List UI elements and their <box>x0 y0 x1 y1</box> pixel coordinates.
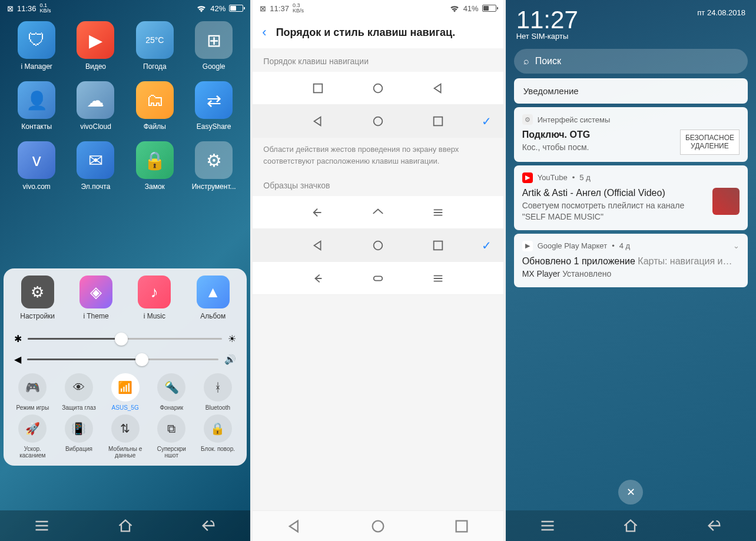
home-button[interactable] <box>117 517 134 534</box>
sim-status: Нет SIM-карты <box>516 32 745 41</box>
toggle-icon: 📶 <box>111 373 140 401</box>
cc-app-Альбом[interactable]: ▲Альбом <box>186 276 240 320</box>
brightness-high-icon: ☀ <box>228 333 236 344</box>
toggle-Суперскри-ншот[interactable]: ⧉Суперскри ншот <box>150 414 194 459</box>
notif-age: 5 д <box>579 173 590 182</box>
app-icon: 🗂 <box>136 81 174 119</box>
toggle-Вибрация[interactable]: 📳Вибрация <box>57 414 101 459</box>
recent-apps-button[interactable] <box>453 518 470 535</box>
back-button[interactable] <box>200 517 217 534</box>
chevron-down-icon[interactable]: ⌄ <box>733 241 740 250</box>
app-icon: ▶ <box>77 21 114 59</box>
app-Контакты[interactable]: 👤Контакты <box>9 81 64 131</box>
svg-rect-8 <box>456 520 467 532</box>
toggle-label: Ускор. касанием <box>11 446 54 459</box>
cc-app-Настройки[interactable]: ⚙Настройки <box>11 276 64 320</box>
notification-play-store[interactable]: ▶ Google Play Маркет • 4 д ⌄ Обновлено 1… <box>514 234 748 287</box>
recent-apps-button[interactable] <box>539 517 556 534</box>
app-label: Погода <box>143 62 167 71</box>
volume-slider[interactable]: ◀ 🔊 <box>11 349 240 370</box>
search-icon: ⌕ <box>523 56 529 67</box>
toggle-icon: 🚀 <box>18 414 47 443</box>
youtube-icon: ▶ <box>522 172 533 183</box>
battery-text: 41% <box>463 4 479 13</box>
app-label: i Music <box>144 312 165 320</box>
alarm-icon: ⊠ <box>7 4 14 13</box>
svg-point-7 <box>373 520 384 532</box>
toggle-Режим-игры[interactable]: 🎮Режим игры <box>11 373 55 411</box>
back-icon[interactable]: ‹ <box>262 25 266 40</box>
cc-app-i Theme[interactable]: ◈i Theme <box>69 276 122 320</box>
icon-style-option-3[interactable] <box>253 262 503 295</box>
svg-point-2 <box>374 117 383 125</box>
section-icon-samples: Образцы значков <box>253 172 503 196</box>
toggle-Ускор.-касанием[interactable]: 🚀Ускор. касанием <box>11 414 55 459</box>
back-button[interactable] <box>706 517 722 534</box>
toggle-grid-2: 🚀Ускор. касанием📳Вибрация⇅Мобильны е дан… <box>11 414 240 459</box>
app-icon: ⇄ <box>195 81 233 119</box>
toggle-Фонарик[interactable]: 🔦Фонарик <box>150 373 194 411</box>
svg-rect-6 <box>374 276 383 280</box>
section-description: Области действия жестов проведения по эк… <box>253 138 503 172</box>
app-icon: ⊞ <box>195 21 233 59</box>
safe-remove-button[interactable]: БЕЗОПАСНОЕ УДАЛЕНИЕ <box>680 130 740 155</box>
notification-youtube[interactable]: ▶ YouTube • 5 д Artik & Asti - Ангел (Of… <box>514 165 748 230</box>
app-EasyShare[interactable]: ⇄EasyShare <box>187 81 241 131</box>
app-i Manager[interactable]: 🛡i Manager <box>9 21 64 71</box>
search-bar[interactable]: ⌕ Поиск <box>514 49 748 74</box>
app-Видео[interactable]: ▶Видео <box>68 21 122 71</box>
app-Google[interactable]: ⊞Google <box>187 21 241 71</box>
app-label: Альбом <box>200 312 226 320</box>
app-Эл.почта[interactable]: ✉Эл.почта <box>68 141 122 191</box>
notif-body: MX Player Установлено <box>522 268 740 280</box>
toggle-Мобильны-е-данные[interactable]: ⇅Мобильны е данные <box>103 414 147 459</box>
android-nav-bar <box>253 510 503 541</box>
svg-rect-3 <box>434 117 443 125</box>
app-icon: ✉ <box>77 141 114 179</box>
app-Файлы[interactable]: 🗂Файлы <box>128 81 182 131</box>
toggle-label: Фонарик <box>160 404 183 411</box>
nav-order-option-2[interactable]: ✓ <box>253 105 503 138</box>
app-vivoCloud[interactable]: ☁vivoCloud <box>68 81 122 131</box>
notif-title: Обновлено 1 приложение Карты: навигация … <box>522 256 740 267</box>
app-icon: ☁ <box>77 81 114 119</box>
icon-style-option-2[interactable]: ✓ <box>253 229 503 262</box>
brightness-low-icon: ✱ <box>14 333 22 344</box>
triangle-back-icon <box>432 82 445 95</box>
back-button[interactable] <box>286 518 303 535</box>
recent-apps-button[interactable] <box>34 517 50 534</box>
wifi-icon <box>449 4 460 12</box>
volume-low-icon: ◀ <box>14 354 21 365</box>
notification-otg[interactable]: ⚙ Интерфейс системы Подключ. OTG Кос., ч… <box>514 107 748 162</box>
brightness-slider[interactable]: ✱ ☀ <box>11 328 240 349</box>
triangle-back-icon <box>311 115 324 128</box>
toggle-ASUS_5G[interactable]: 📶ASUS_5G <box>103 373 147 411</box>
network-speed: 0.1 KB/s <box>40 3 51 14</box>
nav-order-option-1[interactable] <box>253 72 503 105</box>
app-icon: ♪ <box>138 276 171 308</box>
toggle-Bluetooth[interactable]: ᚼBluetooth <box>196 373 240 411</box>
app-Замок[interactable]: 🔒Замок <box>128 141 182 191</box>
app-Погода[interactable]: 25°CПогода <box>128 21 182 71</box>
video-thumbnail <box>712 188 740 215</box>
home-button[interactable] <box>622 517 639 534</box>
icon-style-option-1[interactable] <box>253 196 503 229</box>
toggle-Блок.-повор.[interactable]: 🔒Блок. повор. <box>196 414 240 459</box>
app-label: EasyShare <box>197 122 231 131</box>
battery-icon <box>229 5 243 12</box>
toggle-icon: 👁 <box>65 373 93 401</box>
notif-app-name: Google Play Маркет <box>538 241 607 250</box>
android-nav-bar <box>0 510 250 541</box>
clear-notifications-button[interactable]: ✕ <box>618 480 643 505</box>
app-vivo.com[interactable]: vvivo.com <box>9 141 64 191</box>
cc-app-i Music[interactable]: ♪i Music <box>128 276 181 320</box>
toggle-icon: ⇅ <box>111 414 140 443</box>
app-label: Файлы <box>144 122 166 131</box>
circle-icon <box>372 82 384 95</box>
home-button[interactable] <box>370 518 386 535</box>
app-Инструмент...[interactable]: ⚙Инструмент... <box>187 141 241 191</box>
toggle-Защита-глаз[interactable]: 👁Защита глаз <box>57 373 101 411</box>
app-label: i Manager <box>21 62 52 71</box>
svg-point-1 <box>374 84 383 92</box>
battery-text: 42% <box>210 4 226 13</box>
